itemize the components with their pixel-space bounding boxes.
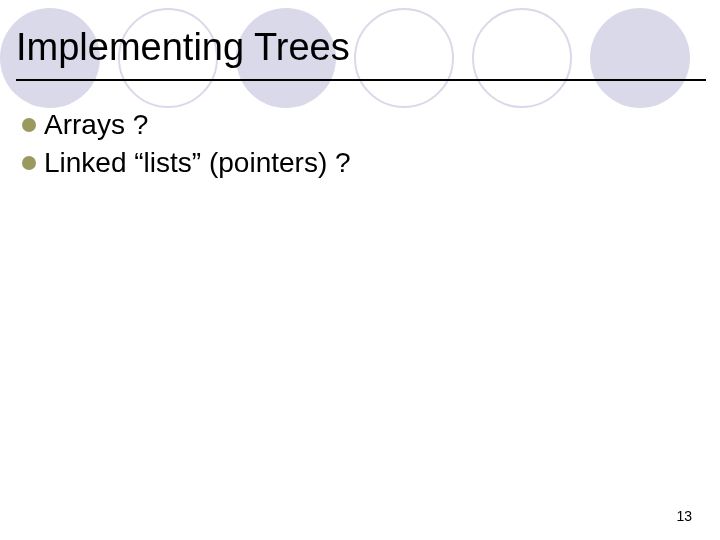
page-title: Implementing Trees [16,26,720,69]
page-number: 13 [676,508,692,524]
bullet-icon [22,156,36,170]
bullet-icon [22,118,36,132]
title-area: Implementing Trees [0,0,720,81]
list-item: Arrays ? [22,109,720,141]
content-area: Arrays ? Linked “lists” (pointers) ? [0,81,720,179]
bullet-text: Linked “lists” (pointers) ? [44,147,351,179]
list-item: Linked “lists” (pointers) ? [22,147,720,179]
bullet-text: Arrays ? [44,109,148,141]
